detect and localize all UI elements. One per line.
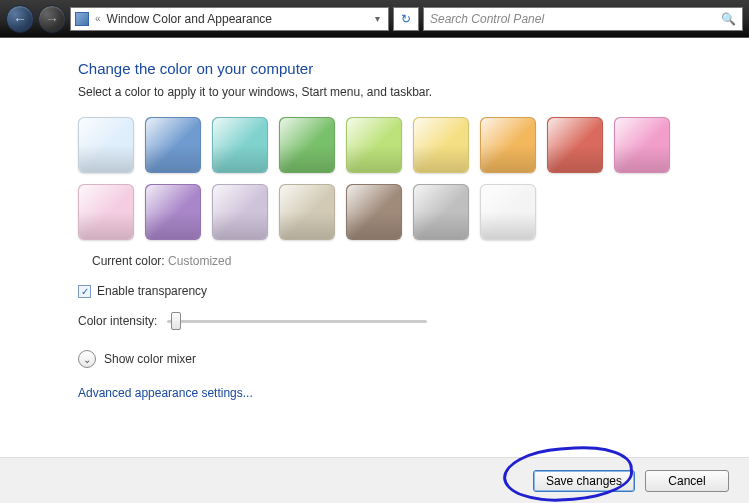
color-swatch-grid [78,117,690,240]
page-subtext: Select a color to apply it to your windo… [78,85,749,99]
control-panel-icon [75,12,89,26]
footer-bar: Save changes Cancel [0,457,749,503]
color-swatch-yellow[interactable] [413,117,469,173]
content-area: Change the color on your computer Select… [0,38,749,400]
color-swatch-brown[interactable] [346,184,402,240]
address-bar[interactable]: « Window Color and Appearance ▾ [70,7,389,31]
cancel-button[interactable]: Cancel [645,470,729,492]
color-swatch-green[interactable] [279,117,335,173]
refresh-icon: ↻ [401,12,411,26]
back-arrow-icon: ← [13,11,27,27]
color-swatch-lime[interactable] [346,117,402,173]
color-mixer-label: Show color mixer [104,352,196,366]
color-swatch-orange[interactable] [480,117,536,173]
transparency-label: Enable transparency [97,284,207,298]
search-icon[interactable]: 🔍 [721,12,736,26]
color-intensity-row: Color intensity: [78,314,749,328]
breadcrumb-chevron-icon: « [95,13,101,24]
slider-thumb[interactable] [171,312,181,330]
navigation-bar: ← → « Window Color and Appearance ▾ ↻ Se… [0,0,749,38]
color-swatch-blue[interactable] [145,117,201,173]
color-swatch-teal[interactable] [212,117,268,173]
advanced-appearance-link[interactable]: Advanced appearance settings... [78,386,749,400]
current-color-value: Customized [168,254,231,268]
search-input[interactable]: Search Control Panel 🔍 [423,7,743,31]
show-color-mixer-toggle[interactable]: ⌄ Show color mixer [78,350,749,368]
color-swatch-white[interactable] [480,184,536,240]
color-swatch-violet[interactable] [145,184,201,240]
color-swatch-pink[interactable] [614,117,670,173]
color-swatch-blush[interactable] [78,184,134,240]
current-color-row: Current color: Customized [92,254,749,268]
refresh-button[interactable]: ↻ [393,7,419,31]
forward-arrow-icon: → [45,11,59,27]
breadcrumb: Window Color and Appearance [107,12,272,26]
page-title: Change the color on your computer [78,60,749,77]
transparency-checkbox[interactable]: ✓ [78,285,91,298]
color-swatch-sky[interactable] [78,117,134,173]
color-swatch-lavender[interactable] [212,184,268,240]
color-swatch-red[interactable] [547,117,603,173]
color-intensity-label: Color intensity: [78,314,157,328]
color-swatch-taupe[interactable] [279,184,335,240]
search-placeholder: Search Control Panel [430,12,544,26]
address-dropdown-icon[interactable]: ▾ [371,13,384,24]
save-changes-button[interactable]: Save changes [533,470,635,492]
forward-button[interactable]: → [38,5,66,33]
back-button[interactable]: ← [6,5,34,33]
transparency-row: ✓ Enable transparency [78,284,749,298]
chevron-down-icon: ⌄ [78,350,96,368]
current-color-label: Current color: [92,254,165,268]
color-swatch-gray[interactable] [413,184,469,240]
color-intensity-slider[interactable] [167,320,427,323]
